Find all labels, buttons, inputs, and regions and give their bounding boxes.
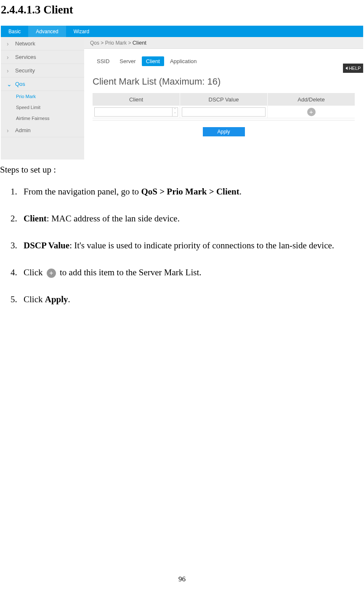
- step-bold: QoS > Prio Mark > Client: [141, 186, 239, 197]
- step-5: Click Apply.: [19, 290, 364, 308]
- td-client: ˄ ˅: [93, 106, 180, 118]
- sidebar-sub-airtime[interactable]: Airtime Fairness: [1, 113, 84, 124]
- step-bold: DSCP Value: [24, 240, 69, 250]
- breadcrumb: Qos > Prio Mark > Client: [84, 37, 363, 49]
- sidebar-item-network[interactable]: › Network: [1, 37, 84, 51]
- td-add: +: [268, 106, 355, 118]
- content-pane: Qos > Prio Mark > Client SSID Server Cli…: [84, 37, 363, 160]
- chevron-right-icon: ›: [7, 127, 13, 134]
- steps-list: From the navigation panel, go to QoS > P…: [19, 183, 364, 308]
- step-text: : MAC address of the lan side device.: [47, 213, 180, 224]
- sidebar: › Network › Services › Security ⌄ Qos Pr…: [1, 37, 84, 160]
- step-4: Click + to add this item to the Server M…: [19, 264, 364, 281]
- step-bold: Client: [24, 213, 47, 224]
- breadcrumb-part: Qos: [90, 40, 99, 46]
- chevron-right-icon: ›: [7, 40, 13, 47]
- apply-button[interactable]: Apply: [203, 127, 245, 136]
- step-text: .: [68, 294, 70, 304]
- plus-icon: +: [47, 269, 56, 278]
- top-nav: Basic Advanced Wizard: [1, 26, 363, 37]
- dscp-input[interactable]: [182, 107, 266, 117]
- sidebar-item-security[interactable]: › Security: [1, 64, 84, 77]
- separator: [93, 120, 355, 120]
- sidebar-item-label: Security: [15, 67, 35, 74]
- chevron-down-icon[interactable]: ˅: [173, 112, 178, 116]
- sidebar-item-qos[interactable]: ⌄ Qos: [1, 77, 84, 91]
- table-row: ˄ ˅ +: [93, 106, 355, 118]
- chevron-right-icon: ›: [7, 54, 13, 61]
- page-number: 96: [0, 575, 364, 583]
- chevron-up-icon[interactable]: ˄: [173, 108, 178, 112]
- section-title: Client Mark List (Maximum: 16): [93, 76, 363, 87]
- sidebar-sub-priomark[interactable]: Prio Mark: [1, 91, 84, 102]
- step-bold: Apply: [45, 294, 68, 304]
- tabs: SSID Server Client Application: [93, 56, 363, 66]
- td-dscp: [180, 106, 268, 118]
- th-client: Client: [93, 93, 180, 106]
- step-3: DSCP Value: It's value is used to indica…: [19, 237, 364, 254]
- tab-client[interactable]: Client: [142, 56, 164, 66]
- tab-application[interactable]: Application: [166, 56, 201, 66]
- chevron-down-icon: ⌄: [7, 81, 13, 88]
- steps-intro: Steps to set up :: [0, 165, 364, 175]
- step-text: : It's value is used to indicate priorit…: [69, 240, 334, 250]
- tab-ssid[interactable]: SSID: [93, 56, 114, 66]
- client-stepper[interactable]: ˄ ˅: [173, 107, 178, 117]
- table-header: Client DSCP Value Add/Delete: [93, 93, 355, 106]
- breadcrumb-sep: >: [127, 40, 133, 46]
- tab-server[interactable]: Server: [115, 56, 140, 66]
- help-label: HELP: [349, 66, 361, 71]
- sidebar-item-services[interactable]: › Services: [1, 51, 84, 64]
- step-text: Click: [24, 294, 45, 304]
- sidebar-item-label: Qos: [15, 81, 25, 87]
- router-ui-screenshot: Basic Advanced Wizard › Network › Servic…: [1, 26, 363, 160]
- breadcrumb-current: Client: [133, 40, 146, 46]
- sidebar-item-label: Admin: [15, 127, 31, 133]
- breadcrumb-sep: >: [99, 40, 105, 46]
- step-2: Client: MAC address of the lan side devi…: [19, 210, 364, 227]
- nav-wizard[interactable]: Wizard: [66, 26, 97, 37]
- main-area: › Network › Services › Security ⌄ Qos Pr…: [1, 37, 363, 160]
- step-text: Click: [24, 267, 45, 277]
- sidebar-sub-speedlimit[interactable]: Speed Limit: [1, 102, 84, 113]
- nav-advanced[interactable]: Advanced: [28, 26, 66, 37]
- chevron-right-icon: ›: [7, 67, 13, 74]
- th-dscp: DSCP Value: [180, 93, 268, 106]
- chevron-left-icon: [345, 67, 348, 70]
- add-button[interactable]: +: [307, 108, 316, 116]
- sidebar-item-label: Services: [15, 54, 36, 60]
- nav-basic[interactable]: Basic: [1, 26, 28, 37]
- step-text: to add this item to the Server Mark List…: [58, 267, 202, 277]
- breadcrumb-part: Prio Mark: [105, 40, 127, 46]
- th-adddelete: Add/Delete: [268, 93, 355, 106]
- client-mark-table: Client DSCP Value Add/Delete ˄ ˅: [93, 93, 355, 118]
- page-title: 2.4.4.1.3 Client: [1, 0, 364, 16]
- step-text: .: [239, 186, 242, 197]
- client-input[interactable]: [94, 107, 173, 117]
- step-text: From the navigation panel, go to: [24, 186, 141, 197]
- help-button[interactable]: HELP: [343, 64, 363, 73]
- sidebar-item-admin[interactable]: › Admin: [1, 124, 84, 137]
- plus-icon: +: [309, 108, 313, 115]
- sidebar-item-label: Network: [15, 40, 35, 47]
- step-1: From the navigation panel, go to QoS > P…: [19, 183, 364, 200]
